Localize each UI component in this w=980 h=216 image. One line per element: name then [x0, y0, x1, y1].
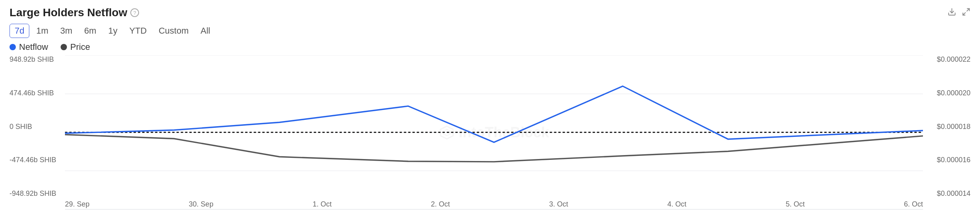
price-label: Price	[70, 42, 90, 52]
netflow-label: Netflow	[19, 42, 48, 52]
x-label-6: 5. Oct	[786, 200, 805, 208]
y-axis-left: 948.92b SHIB 474.46b SHIB 0 SHIB -474.46…	[10, 55, 65, 210]
y-right-label-3: $0.000016	[923, 156, 970, 164]
chart-svg	[65, 55, 923, 209]
y-right-label-1: $0.000020	[923, 89, 970, 97]
filter-1y[interactable]: 1y	[103, 24, 122, 38]
x-label-2: 1. Oct	[313, 200, 332, 208]
filter-all[interactable]: All	[195, 24, 215, 38]
netflow-line	[65, 86, 923, 142]
y-left-label-4: -948.92b SHIB	[10, 189, 65, 198]
x-label-4: 3. Oct	[549, 200, 568, 208]
y-right-label-2: $0.000018	[923, 123, 970, 131]
filter-ytd[interactable]: YTD	[124, 24, 152, 38]
filter-1m[interactable]: 1m	[31, 24, 53, 38]
download-icon[interactable]	[948, 8, 956, 18]
title-area: Large Holders Netflow ?	[10, 6, 139, 19]
help-icon[interactable]: ?	[130, 8, 139, 17]
y-axis-right: $0.000022 $0.000020 $0.000018 $0.000016 …	[923, 55, 970, 210]
chart-container: Large Holders Netflow ?	[0, 0, 980, 216]
chart-title: Large Holders Netflow	[10, 6, 127, 19]
filter-7d[interactable]: 7d	[10, 24, 29, 38]
time-filters: 7d 1m 3m 6m 1y YTD Custom All	[10, 24, 970, 38]
y-right-label-0: $0.000022	[923, 55, 970, 64]
chart-inner: IntoTheBlock	[65, 55, 923, 210]
y-right-label-4: $0.000014	[923, 189, 970, 198]
x-axis: 29. Sep 30. Sep 1. Oct 2. Oct 3. Oct 4. …	[65, 200, 923, 208]
chart-area: 948.92b SHIB 474.46b SHIB 0 SHIB -474.46…	[10, 55, 970, 210]
legend-row: Netflow Price	[10, 42, 970, 52]
header-actions	[948, 8, 970, 18]
y-left-label-3: -474.46b SHIB	[10, 156, 65, 164]
y-left-label-2: 0 SHIB	[10, 123, 65, 131]
filter-6m[interactable]: 6m	[79, 24, 102, 38]
filter-custom[interactable]: Custom	[153, 24, 194, 38]
x-label-0: 29. Sep	[65, 200, 90, 208]
expand-icon[interactable]	[962, 8, 970, 18]
x-label-3: 2. Oct	[431, 200, 450, 208]
y-left-label-0: 948.92b SHIB	[10, 55, 65, 64]
y-left-label-1: 474.46b SHIB	[10, 89, 65, 97]
filter-3m[interactable]: 3m	[55, 24, 78, 38]
x-label-5: 4. Oct	[667, 200, 686, 208]
svg-line-1	[967, 8, 969, 11]
netflow-dot	[10, 44, 16, 50]
header-row: Large Holders Netflow ?	[10, 6, 970, 19]
legend-netflow: Netflow	[10, 42, 48, 52]
x-label-1: 30. Sep	[189, 200, 214, 208]
price-dot	[61, 44, 67, 50]
svg-line-2	[963, 12, 965, 15]
x-label-7: 6. Oct	[904, 200, 923, 208]
legend-price: Price	[61, 42, 90, 52]
price-line	[65, 135, 923, 162]
